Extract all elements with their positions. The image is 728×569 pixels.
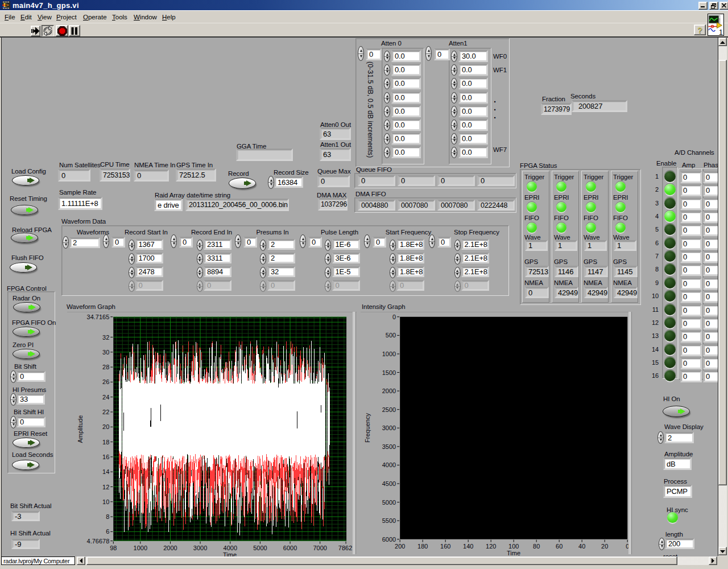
svg-text:Amplitude: Amplitude — [77, 415, 84, 443]
svg-text:5500: 5500 — [382, 517, 396, 524]
svg-text:6000: 6000 — [283, 545, 297, 551]
svg-text:160: 160 — [440, 543, 450, 550]
svg-text:Frequency: Frequency — [364, 413, 371, 443]
svg-text:5000: 5000 — [253, 545, 267, 551]
svg-text:24: 24 — [102, 394, 109, 401]
svg-text:100: 100 — [508, 543, 519, 550]
svg-text:22: 22 — [102, 409, 109, 415]
svg-text:4.76678: 4.76678 — [87, 538, 110, 545]
svg-text:2500: 2500 — [382, 406, 396, 413]
svg-text:3000: 3000 — [193, 545, 207, 551]
svg-text:3500: 3500 — [382, 443, 396, 450]
svg-text:1500: 1500 — [382, 369, 396, 376]
svg-text:12: 12 — [102, 484, 109, 490]
svg-text:40: 40 — [578, 543, 585, 550]
svg-text:1: 1 — [719, 28, 723, 35]
svg-text:6000: 6000 — [382, 536, 396, 543]
svg-text:80: 80 — [533, 543, 540, 550]
svg-text:6: 6 — [106, 528, 109, 535]
svg-text:500: 500 — [386, 332, 396, 339]
svg-text:16: 16 — [102, 453, 109, 460]
svg-text:20: 20 — [102, 423, 109, 430]
svg-text:30: 30 — [102, 349, 109, 356]
svg-text:4500: 4500 — [382, 480, 396, 487]
svg-text:14: 14 — [102, 468, 109, 475]
svg-text:8: 8 — [106, 513, 109, 520]
svg-text:Time: Time — [223, 551, 237, 556]
svg-text:98: 98 — [110, 545, 117, 551]
svg-text:0: 0 — [392, 314, 396, 320]
svg-text:3000: 3000 — [382, 424, 396, 431]
svg-text:1000: 1000 — [382, 351, 396, 357]
svg-text:140: 140 — [463, 543, 473, 550]
svg-text:4000: 4000 — [382, 461, 396, 468]
svg-text:180: 180 — [417, 543, 428, 550]
svg-text:120: 120 — [486, 543, 496, 550]
svg-text:20: 20 — [601, 543, 608, 550]
svg-text:4000: 4000 — [224, 545, 237, 551]
svg-text:Time: Time — [507, 550, 520, 556]
svg-text:2000: 2000 — [382, 387, 396, 394]
svg-text:2000: 2000 — [163, 545, 177, 551]
svg-text:10: 10 — [102, 498, 109, 505]
svg-text:60: 60 — [556, 543, 562, 550]
svg-text:34.7165: 34.7165 — [87, 314, 110, 320]
svg-text:5000: 5000 — [382, 499, 396, 506]
svg-text:28: 28 — [102, 364, 109, 370]
svg-text:7862: 7862 — [338, 545, 352, 551]
svg-text:26: 26 — [102, 378, 109, 385]
svg-text:32: 32 — [102, 334, 109, 341]
svg-text:1000: 1000 — [134, 545, 147, 551]
svg-text:7000: 7000 — [313, 545, 326, 551]
svg-text:18: 18 — [102, 439, 109, 446]
svg-text:200: 200 — [395, 543, 405, 550]
